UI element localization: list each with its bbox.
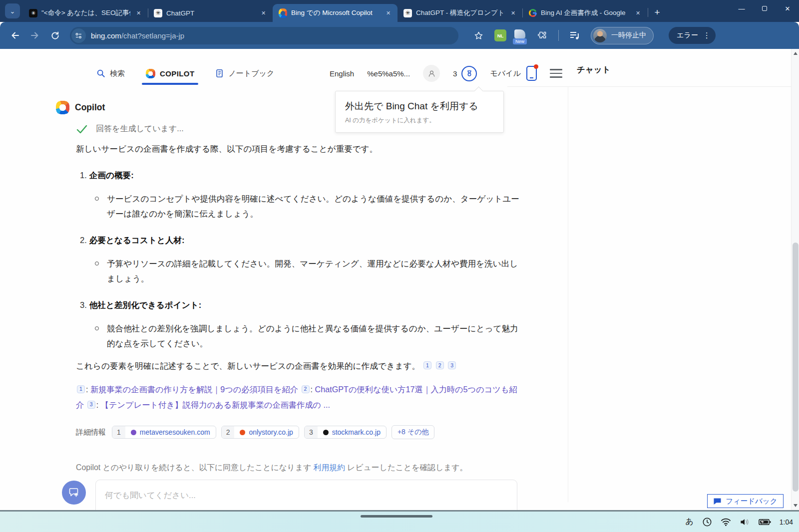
source-number: 3 — [305, 426, 318, 438]
item-body-text: サービスのコンセプトや提供内容を明確に述べてください。どのような価値を提供するの… — [107, 192, 520, 222]
restore-button[interactable] — [753, 0, 776, 17]
list-item: 3.他社と差別化できるポイント: 競合他社との差別化を強調しましょう。どのように… — [56, 300, 525, 351]
tab-bing-copilot-active[interactable]: Bing での Microsoft Copilot ✕ — [273, 4, 398, 22]
nav-tab-search[interactable]: 検索 — [96, 69, 125, 78]
bing-header-right: English %e5%a5%... 3 モバイル — [330, 62, 562, 85]
nav-tab-copilot[interactable]: COPILOT — [146, 69, 194, 78]
tab-close-icon[interactable]: ✕ — [259, 9, 268, 17]
mobile-label: モバイル — [490, 69, 520, 78]
closing-text: これらの要素を明確に記述することで、新しいサービスの企画書を効果的に作成できます… — [76, 361, 420, 371]
error-menu-button[interactable]: エラー ⋮ — [669, 27, 716, 44]
browser-toolbar: bing.com/chat?setlang=ja-jp NL New 一時停止中… — [0, 22, 799, 49]
forward-button[interactable] — [26, 26, 44, 44]
rewards-widget[interactable]: 3 — [453, 66, 477, 81]
reload-button[interactable] — [46, 26, 64, 44]
terms-link[interactable]: 利用規約 — [314, 463, 345, 472]
page-scrollbar[interactable] — [791, 49, 799, 510]
more-sources-chip[interactable]: +8 その他 — [392, 425, 435, 439]
tune-icon — [75, 32, 82, 39]
reference-link[interactable]: 【テンプレート付き】説得力のある新規事業の企画書作成の ... — [101, 400, 330, 409]
back-icon — [12, 33, 19, 38]
encoded-text-link[interactable]: %e5%a5%... — [367, 69, 410, 78]
address-bar[interactable]: bing.com/chat?setlang=ja-jp — [70, 27, 458, 44]
tab-google-search[interactable]: Bing AI 企画書作成 - Google ✕ — [522, 4, 647, 22]
tab-search-button[interactable]: ⌄ — [5, 3, 20, 18]
nl-extension-icon[interactable]: NL — [494, 29, 506, 41]
reading-list-button[interactable] — [566, 26, 584, 44]
source-favicon — [131, 430, 136, 435]
sources-label: 詳細情報 — [76, 428, 106, 437]
sidebar-top-border — [507, 86, 791, 87]
notification-dot — [534, 64, 538, 69]
scroll-down-arrow[interactable] — [794, 504, 798, 507]
reference-badge[interactable]: 2 — [302, 385, 310, 393]
intro-paragraph: 新しいサービスの企画書を作成する際、以下の項目を考慮することが重要です。 — [76, 142, 518, 157]
tab-seo-prompt[interactable]: ✳ "<命令> あなたは、SEO記事作 ✕ — [23, 4, 148, 22]
site-info-button[interactable] — [71, 28, 86, 43]
tab-close-icon[interactable]: ✕ — [384, 9, 393, 17]
source-chip[interactable]: 3 stockmark.co.jp — [304, 426, 387, 439]
chat-input[interactable] — [96, 480, 517, 509]
citation-badge[interactable]: 2 — [436, 361, 444, 369]
chatgpt-favicon: ✳ — [403, 9, 412, 17]
wifi-icon[interactable] — [721, 518, 731, 527]
back-button[interactable] — [6, 26, 24, 44]
closing-paragraph: これらの要素を明確に記述することで、新しいサービスの企画書を効果的に作成できます… — [76, 359, 518, 374]
scroll-up-arrow[interactable] — [794, 52, 798, 55]
speaker-icon[interactable] — [740, 518, 750, 527]
close-button[interactable]: ✕ — [776, 0, 799, 17]
new-tab-button[interactable]: + — [650, 5, 664, 19]
chat-panel-title: チャット — [577, 64, 611, 75]
new-topic-button[interactable] — [62, 481, 86, 505]
citation-badge[interactable]: 3 — [448, 361, 456, 369]
tab-close-icon[interactable]: ✕ — [509, 9, 517, 17]
source-domain: stockmark.co.jp — [332, 428, 381, 436]
nav-tab-notebook[interactable]: ノートブック — [215, 69, 274, 78]
bookmark-star-button[interactable] — [469, 26, 487, 44]
sign-in-button[interactable] — [423, 65, 440, 82]
tab-title: Bing での Microsoft Copilot — [291, 8, 380, 17]
url-path: /chat?setlang=ja-jp — [121, 31, 184, 40]
generation-status: 回答を生成しています... — [76, 124, 525, 134]
tab-chatgpt[interactable]: ✳ ChatGPT ✕ — [148, 4, 273, 22]
tab-title: Bing AI 企画書作成 - Google — [541, 8, 630, 17]
clock-icon[interactable] — [702, 517, 712, 527]
sidebar-divider — [568, 86, 568, 502]
scrollbar-thumb[interactable] — [793, 243, 799, 492]
sender-name: Copilot — [75, 102, 105, 113]
tab-chatgpt-structured[interactable]: ✳ ChatGPT - 構造化プロンプトつ ✕ — [398, 4, 522, 22]
item-title: 必要となるコストと人材: — [89, 236, 185, 245]
item-title: 企画の概要: — [89, 171, 134, 180]
citation-badge[interactable]: 1 — [423, 361, 431, 369]
battery-charging-icon[interactable] — [759, 518, 771, 526]
url-text[interactable]: bing.com/chat?setlang=ja-jp — [91, 31, 184, 40]
toolbar-right: NL New 一時停止中 エラー ⋮ — [469, 26, 716, 44]
reference-badge[interactable]: 1 — [77, 385, 85, 393]
ime-indicator[interactable]: あ — [685, 517, 693, 527]
bing-chat-page: 検索 COPILOT ノートブック English %e5%a5%... 3 モ… — [0, 49, 799, 510]
hamburger-menu-button[interactable] — [550, 69, 562, 78]
extension-with-new-badge[interactable]: New — [513, 29, 526, 41]
minimize-button[interactable]: — — [730, 0, 753, 17]
source-chip[interactable]: 1 metaversesouken.com — [112, 426, 216, 439]
extensions-puzzle-button[interactable] — [533, 26, 551, 44]
mobile-app-button[interactable]: モバイル — [490, 66, 536, 81]
clock-time[interactable]: 1:04 — [780, 518, 793, 526]
bing-nav: 検索 COPILOT ノートブック — [96, 62, 274, 85]
profile-chip[interactable]: 一時停止中 — [591, 27, 654, 44]
reference-badge[interactable]: 3 — [87, 401, 95, 409]
tab-close-icon[interactable]: ✕ — [134, 9, 143, 17]
disclaimer-post: レビューしたことを確認します。 — [345, 463, 467, 472]
source-chip[interactable]: 2 onlystory.co.jp — [221, 426, 299, 439]
language-link[interactable]: English — [330, 69, 354, 78]
tab-strip: ✳ "<命令> あなたは、SEO記事作 ✕ ✳ ChatGPT ✕ Bing で… — [23, 0, 730, 22]
playlist-icon — [569, 30, 580, 40]
taskbar-handle[interactable] — [361, 515, 432, 518]
reference-link[interactable]: 新規事業の企画書の作り方を解説｜9つの必須項目を紹介 — [90, 385, 298, 394]
feedback-button[interactable]: フィードバック — [707, 494, 784, 508]
url-host: bing.com — [91, 31, 121, 40]
tab-close-icon[interactable]: ✕ — [634, 9, 642, 17]
item-body-text: 競合他社との差別化を強調しましょう。どのように他社と異なる価値を提供するのか、ユ… — [107, 321, 520, 351]
reference-colon: : — [86, 385, 90, 394]
source-number: 1 — [112, 426, 125, 438]
